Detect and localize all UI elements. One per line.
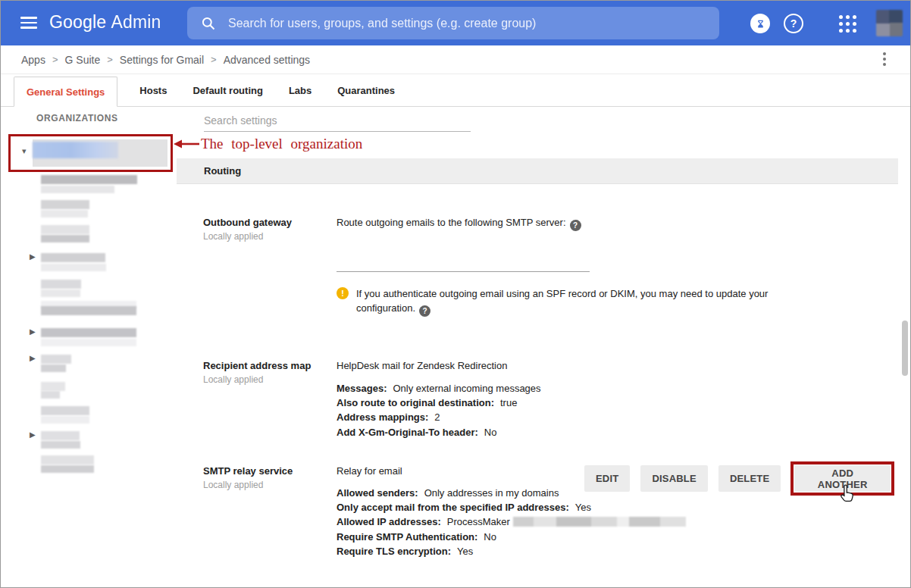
setting-label: Outbound gateway (203, 217, 333, 228)
hand-cursor-icon (839, 483, 857, 503)
breadcrumb-separator: > (107, 54, 113, 65)
warning-text: If you authenticate outgoing email using… (356, 288, 768, 314)
detail-row: Also route to original destination:true (337, 396, 894, 410)
help-circle-icon[interactable]: ? (419, 305, 430, 317)
annotation-box-add-another: ADD ANOTHER (790, 461, 894, 496)
detail-row: Address mappings:2 (337, 410, 894, 424)
breadcrumb-gsuite[interactable]: G Suite (65, 54, 101, 66)
rule-name: HelpDesk mail for Zendesk Redirection (337, 360, 894, 371)
breadcrumb-separator: > (211, 54, 217, 65)
pending-tasks-icon[interactable] (750, 14, 770, 33)
settings-search-input[interactable] (204, 112, 471, 132)
menu-icon[interactable] (20, 17, 37, 29)
setting-label: SMTP relay service (203, 465, 333, 477)
global-search-input[interactable] (227, 16, 700, 31)
setting-scope: Locally applied (203, 231, 333, 242)
detail-row: Require TLS encryption:Yes (337, 544, 894, 558)
help-icon[interactable]: ? (784, 14, 803, 33)
spf-dkim-warning: ! If you authenticate outgoing email usi… (337, 286, 787, 317)
annotation-box-top-org: ▾ (8, 134, 173, 172)
settings-pane: Routing Outbound gateway Locally applied… (175, 107, 909, 586)
organizations-sidebar: ORGANIZATIONS ▾ ▶ ▶ ▶ ▶ (1, 107, 175, 587)
detail-row: Add X-Gm-Original-To header:No (337, 425, 894, 439)
setting-row-smtp-relay-service: SMTP relay service Locally applied Relay… (175, 465, 909, 571)
redacted-ip-addresses (513, 517, 686, 527)
chevron-right-icon[interactable]: ▶ (30, 327, 36, 336)
detail-row: Require SMTP Authentication:No (337, 530, 894, 544)
breadcrumb-settings-gmail[interactable]: Settings for Gmail (120, 54, 204, 66)
tab-bar: General Settings Hosts Default routing L… (1, 74, 910, 107)
detail-row: Only accept mail from the specified IP a… (337, 500, 894, 514)
vertical-scrollbar[interactable] (902, 321, 908, 376)
detail-row: Allowed IP addresses:ProcessMaker (337, 514, 894, 529)
organizations-heading: ORGANIZATIONS (36, 113, 118, 124)
help-circle-icon[interactable]: ? (570, 220, 581, 231)
edit-button[interactable]: EDIT (584, 465, 630, 492)
org-item-redacted-name (33, 139, 167, 167)
breadcrumb: Apps > G Suite > Settings for Gmail > Ad… (1, 45, 910, 74)
setting-label: Recipient address map (203, 360, 333, 371)
tab-quarantines[interactable]: Quarantines (328, 74, 404, 106)
brand-google: Google (49, 12, 106, 32)
setting-scope: Locally applied (203, 480, 333, 490)
rule-action-buttons: EDIT DISABLE DELETE ADD ANOTHER (584, 465, 894, 496)
overflow-menu-icon[interactable] (877, 51, 892, 69)
org-item-top-level[interactable]: ▾ (13, 139, 168, 167)
global-search[interactable] (187, 7, 719, 39)
setting-scope: Locally applied (203, 374, 333, 385)
account-avatar[interactable] (876, 10, 903, 36)
chevron-down-icon[interactable]: ▾ (22, 146, 27, 156)
app-header: GoogleAdmin ? (1, 1, 910, 45)
tab-hosts[interactable]: Hosts (130, 74, 176, 106)
delete-button[interactable]: DELETE (718, 465, 781, 492)
chevron-right-icon[interactable]: ▶ (30, 252, 36, 261)
smtp-server-input[interactable] (337, 255, 590, 272)
breadcrumb-apps[interactable]: Apps (21, 54, 45, 66)
detail-row: Messages:Only external incoming messages (337, 381, 894, 396)
search-icon (201, 16, 216, 31)
tab-default-routing[interactable]: Default routing (183, 74, 271, 106)
apps-grid-icon[interactable] (839, 15, 856, 33)
chevron-right-icon[interactable]: ▶ (30, 354, 36, 362)
setting-row-outbound-gateway: Outbound gateway Locally applied Route o… (175, 217, 909, 353)
outbound-gateway-description: Route outgoing emails to the following S… (337, 217, 566, 228)
brand-admin: Admin (111, 12, 161, 32)
breadcrumb-separator: > (52, 54, 58, 65)
tab-labs[interactable]: Labs (280, 74, 321, 106)
settings-search[interactable] (204, 112, 471, 132)
google-admin-console: GoogleAdmin ? Apps > G Suite > Settings … (0, 0, 911, 588)
setting-row-recipient-address-map: Recipient address map Locally applied He… (175, 360, 909, 451)
section-header-routing: Routing (177, 158, 898, 184)
disable-button[interactable]: DISABLE (640, 465, 707, 492)
breadcrumb-advanced-settings[interactable]: Advanced settings (224, 54, 310, 66)
warning-icon: ! (337, 287, 349, 299)
tab-general-settings[interactable]: General Settings (14, 77, 117, 107)
app-title: GoogleAdmin (49, 12, 161, 33)
chevron-right-icon[interactable]: ▶ (30, 430, 36, 439)
section-title: Routing (204, 165, 241, 177)
